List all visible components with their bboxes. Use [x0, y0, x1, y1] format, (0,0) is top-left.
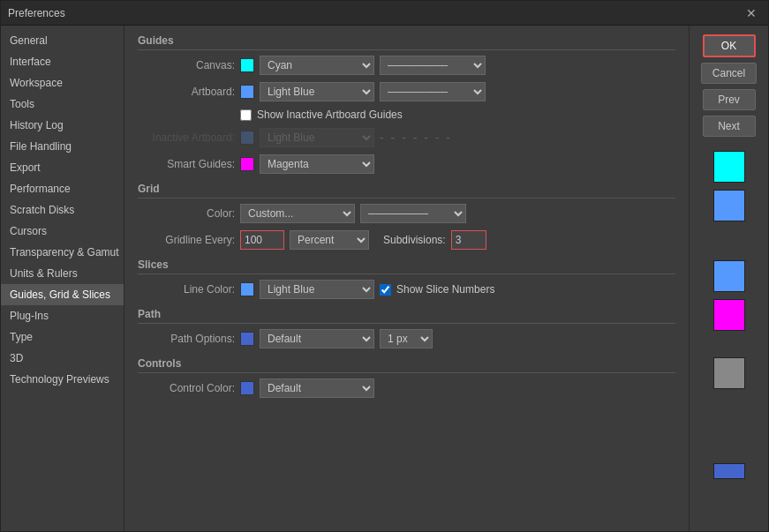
sidebar-item-export[interactable]: Export [1, 157, 124, 178]
inactive-swatch-panel [713, 260, 745, 292]
sidebar-item-interface[interactable]: Interface [1, 51, 124, 72]
artboard-style-select[interactable]: ──────── [380, 82, 486, 101]
inactive-color-icon [240, 131, 254, 145]
slices-section-header: Slices [138, 259, 675, 274]
ok-button[interactable]: OK [703, 34, 756, 57]
sidebar-item-tools[interactable]: Tools [1, 94, 124, 115]
dialog-title: Preferences [8, 7, 65, 19]
dialog-body: General Interface Workspace Tools Histor… [1, 26, 768, 531]
sidebar-item-technology-previews[interactable]: Technology Previews [1, 369, 124, 390]
control-color-select[interactable]: Default [260, 378, 374, 398]
slices-color-label: Line Color: [138, 283, 235, 296]
sidebar-item-file-handling[interactable]: File Handling [1, 136, 124, 157]
inactive-style-dashes: - - - - - - - [380, 131, 452, 145]
sidebar-item-plug-ins[interactable]: Plug-Ins [1, 305, 124, 326]
show-inactive-checkbox[interactable] [240, 109, 252, 121]
grid-style-select[interactable]: ──────── [360, 204, 466, 223]
canvas-color-select[interactable]: Cyan [260, 56, 374, 75]
main-content: Guides Canvas: Cyan ──────── Artboard: L… [124, 26, 689, 531]
grid-section-header: Grid [138, 183, 675, 199]
path-options-row: Path Options: Default 1 px [138, 329, 675, 348]
show-inactive-row: Show Inactive Artboard Guides [240, 109, 675, 121]
sidebar-item-scratch-disks[interactable]: Scratch Disks [1, 199, 124, 221]
sidebar: General Interface Workspace Tools Histor… [1, 26, 124, 531]
smart-guides-label: Smart Guides: [138, 158, 235, 170]
canvas-swatch-panel [713, 151, 745, 183]
gridline-row: Gridline Every: Percent Subdivisions: [138, 230, 675, 250]
slices-color-icon [240, 282, 254, 296]
canvas-style-select[interactable]: ──────── [380, 56, 486, 75]
control-color-label: Control Color: [138, 382, 235, 394]
close-button[interactable]: ✕ [742, 4, 761, 22]
path-options-label: Path Options: [138, 333, 235, 345]
grid-color-label: Color: [138, 207, 235, 220]
artboard-color-icon [240, 85, 254, 99]
inactive-artboard-row: Inactive Artboard: Light Blue - - - - - … [138, 128, 675, 147]
path-color-select[interactable]: Default [260, 329, 374, 348]
prev-button[interactable]: Prev [703, 89, 756, 110]
path-section-header: Path [138, 308, 675, 324]
sidebar-item-3d[interactable]: 3D [1, 348, 124, 369]
show-inactive-label: Show Inactive Artboard Guides [257, 109, 403, 121]
smart-color-icon [240, 157, 254, 171]
gridline-unit-select[interactable]: Percent [290, 230, 369, 250]
sidebar-item-workspace[interactable]: Workspace [1, 72, 124, 94]
gridline-input[interactable] [240, 230, 284, 250]
path-size-select[interactable]: 1 px [380, 329, 433, 348]
artboard-row: Artboard: Light Blue ──────── [138, 82, 675, 101]
sidebar-item-performance[interactable]: Performance [1, 178, 124, 199]
sidebar-item-history-log[interactable]: History Log [1, 115, 124, 136]
subdivisions-input[interactable] [451, 230, 486, 250]
guides-section-header: Guides [138, 34, 675, 50]
sidebar-item-units-rulers[interactable]: Units & Rulers [1, 263, 124, 284]
path-swatch-panel [713, 463, 745, 479]
inactive-artboard-label: Inactive Artboard: [138, 131, 235, 144]
title-bar: Preferences ✕ [1, 1, 768, 26]
sidebar-item-cursors[interactable]: Cursors [1, 221, 124, 242]
artboard-color-select[interactable]: Light Blue [260, 82, 374, 101]
action-buttons: OK Cancel Prev Next [697, 34, 761, 137]
smart-color-select[interactable]: Magenta [260, 154, 374, 174]
canvas-row: Canvas: Cyan ──────── [138, 56, 675, 75]
controls-section-header: Controls [138, 357, 675, 373]
sidebar-item-type[interactable]: Type [1, 326, 124, 348]
artboard-swatch-panel [713, 190, 745, 221]
subdivisions-label: Subdivisions: [383, 234, 446, 246]
sidebar-item-general[interactable]: General [1, 30, 124, 51]
grid-color-select[interactable]: Custom... [240, 204, 355, 223]
show-slice-numbers-label: Show Slice Numbers [396, 283, 494, 296]
smart-guides-row: Smart Guides: Magenta [138, 154, 675, 174]
sidebar-item-transparency-gamut[interactable]: Transparency & Gamut [1, 242, 124, 263]
grid-swatch-panel [713, 357, 745, 389]
control-color-icon [240, 381, 254, 395]
show-slice-numbers-checkbox[interactable] [380, 284, 391, 296]
next-button[interactable]: Next [703, 116, 756, 137]
smart-swatch-panel [713, 299, 745, 331]
inactive-color-select[interactable]: Light Blue [260, 128, 374, 147]
slices-color-row: Line Color: Light Blue Show Slice Number… [138, 280, 675, 299]
control-color-row: Control Color: Default [138, 378, 675, 398]
slices-color-select[interactable]: Light Blue [260, 280, 374, 299]
preferences-dialog: Preferences ✕ General Interface Workspac… [0, 0, 769, 532]
cancel-button[interactable]: Cancel [701, 63, 757, 84]
gridline-label: Gridline Every: [138, 234, 235, 246]
canvas-label: Canvas: [138, 59, 235, 71]
artboard-label: Artboard: [138, 86, 235, 98]
sidebar-item-guides-grid-slices[interactable]: Guides, Grid & Slices [1, 284, 124, 305]
path-color-icon [240, 332, 254, 346]
canvas-color-icon [240, 58, 254, 72]
grid-color-row: Color: Custom... ──────── [138, 204, 675, 223]
right-panel: OK Cancel Prev Next [689, 26, 768, 531]
